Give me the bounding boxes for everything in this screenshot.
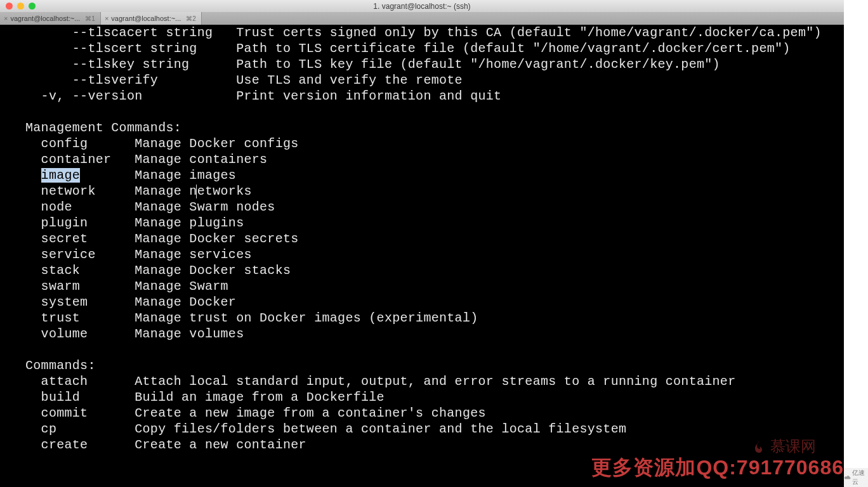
promo-watermark: 更多资源加QQ:791770686 xyxy=(591,454,844,482)
minimize-window-button[interactable] xyxy=(17,3,24,10)
terminal-line: --tlsverify Use TLS and verify the remot… xyxy=(25,72,844,88)
terminal-line: network Manage networks xyxy=(25,183,844,199)
terminal-line: --tlscacert string Trust certs signed on… xyxy=(25,25,844,41)
terminal-line: service Manage services xyxy=(25,247,844,263)
terminal-line: build Build an image from a Dockerfile xyxy=(25,389,844,405)
corner-badge: 亿速云 xyxy=(844,468,868,487)
tab-label: vagrant@localhost:~... xyxy=(111,15,181,22)
terminal-line: container Manage containers xyxy=(25,152,844,167)
terminal-line: Management Commands: xyxy=(25,120,844,136)
terminal-line: secret Manage Docker secrets xyxy=(25,231,844,247)
titlebar[interactable]: 1. vagrant@localhost:~ (ssh) xyxy=(0,0,844,12)
terminal-line: trust Manage trust on Docker images (exp… xyxy=(25,310,844,326)
terminal-line: volume Manage volumes xyxy=(25,326,844,342)
terminal-line xyxy=(25,342,844,358)
terminal-line: swarm Manage Swarm xyxy=(25,278,844,294)
window-title: 1. vagrant@localhost:~ (ssh) xyxy=(0,2,844,11)
terminal-line: attach Attach local standard input, outp… xyxy=(25,373,844,389)
terminal-window: 1. vagrant@localhost:~ (ssh) × vagrant@l… xyxy=(0,0,844,487)
terminal-output[interactable]: --tlscacert string Trust certs signed on… xyxy=(0,25,844,487)
tab-1[interactable]: × vagrant@localhost:~... ⌘1 xyxy=(0,12,101,25)
terminal-line: plugin Manage plugins xyxy=(25,215,844,231)
cloud-icon xyxy=(844,474,851,481)
close-window-button[interactable] xyxy=(6,3,13,10)
terminal-line xyxy=(25,104,844,120)
close-icon[interactable]: × xyxy=(4,15,8,22)
traffic-lights xyxy=(6,3,36,10)
close-icon[interactable]: × xyxy=(105,15,109,22)
terminal-line: system Manage Docker xyxy=(25,294,844,310)
terminal-line: config Manage Docker configs xyxy=(25,136,844,152)
tab-shortcut: ⌘2 xyxy=(186,15,196,22)
zoom-window-button[interactable] xyxy=(29,3,36,10)
terminal-line: image Manage images xyxy=(25,167,844,183)
terminal-line: node Manage Swarm nodes xyxy=(25,199,844,215)
terminal-line: Commands: xyxy=(25,358,844,373)
flame-icon xyxy=(751,439,766,454)
terminal-line: stack Manage Docker stacks xyxy=(25,263,844,278)
tab-shortcut: ⌘1 xyxy=(85,15,95,22)
terminal-line: -v, --version Print version information … xyxy=(25,88,844,104)
tab-label: vagrant@localhost:~... xyxy=(10,15,80,22)
terminal-line: --tlscert string Path to TLS certificate… xyxy=(25,41,844,56)
text-caret xyxy=(196,185,197,198)
badge-label: 亿速云 xyxy=(852,469,868,486)
tab-2[interactable]: × vagrant@localhost:~... ⌘2 xyxy=(101,12,202,25)
terminal-line: create Create a new container xyxy=(25,437,844,453)
terminal-line: --tlskey string Path to TLS key file (de… xyxy=(25,56,844,72)
terminal-line: commit Create a new image from a contain… xyxy=(25,405,844,421)
terminal-line: cp Copy files/folders between a containe… xyxy=(25,421,844,437)
tab-bar: × vagrant@localhost:~... ⌘1 × vagrant@lo… xyxy=(0,12,844,25)
